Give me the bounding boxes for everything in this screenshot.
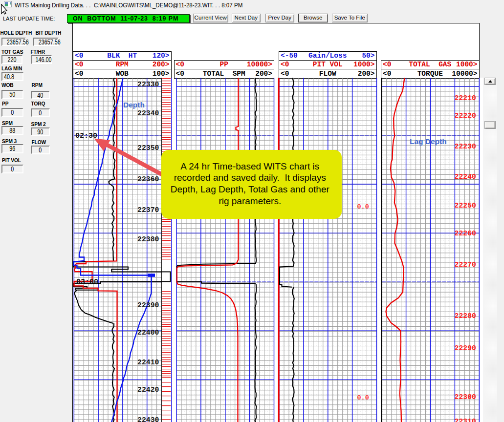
svg-text:22420: 22420 xyxy=(137,386,159,394)
svg-text:22250: 22250 xyxy=(455,202,477,210)
svg-text:22400: 22400 xyxy=(137,329,159,337)
svg-text:22430: 22430 xyxy=(137,416,159,422)
svg-text:0.0: 0.0 xyxy=(357,203,369,211)
svg-text:Depth: Depth xyxy=(123,101,145,109)
svg-text:22210: 22210 xyxy=(455,94,477,102)
svg-text:0.0: 0.0 xyxy=(357,394,369,401)
svg-text:22380: 22380 xyxy=(137,235,159,243)
svg-text:22290: 22290 xyxy=(455,344,477,352)
svg-text:22330: 22330 xyxy=(137,81,159,88)
svg-text:22220: 22220 xyxy=(455,112,477,120)
svg-text:Lag Depth: Lag Depth xyxy=(410,137,447,146)
svg-text:22340: 22340 xyxy=(137,109,159,117)
svg-text:22270: 22270 xyxy=(455,261,477,269)
svg-text:22300: 22300 xyxy=(455,393,477,401)
svg-text:22350: 22350 xyxy=(137,144,159,152)
svg-text:22310: 22310 xyxy=(455,418,477,422)
svg-text:03:00: 03:00 xyxy=(76,278,98,286)
svg-text:22280: 22280 xyxy=(455,312,477,320)
svg-text:22370: 22370 xyxy=(137,206,159,214)
svg-text:22260: 22260 xyxy=(455,230,477,237)
svg-text:22240: 22240 xyxy=(455,173,477,181)
svg-text:02:30: 02:30 xyxy=(75,132,97,140)
svg-text:22390: 22390 xyxy=(137,301,159,309)
svg-text:22410: 22410 xyxy=(137,359,159,366)
svg-text:22360: 22360 xyxy=(137,175,159,183)
svg-text:22230: 22230 xyxy=(455,143,477,150)
